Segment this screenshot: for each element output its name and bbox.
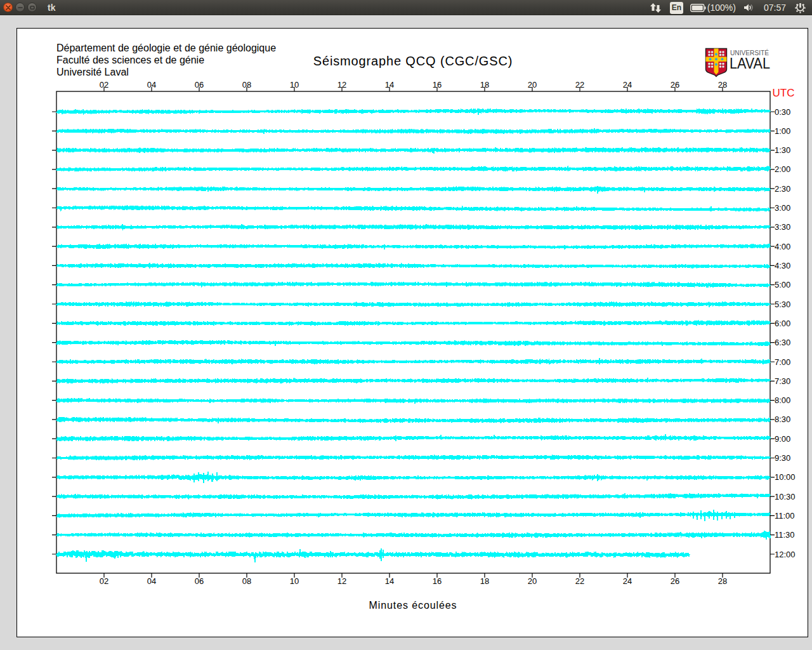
svg-text:9:00: 9:00 [775, 434, 790, 444]
svg-text:06: 06 [195, 80, 204, 90]
svg-text:6:30: 6:30 [775, 338, 790, 347]
svg-text:7:00: 7:00 [775, 357, 790, 367]
svg-text:6:00: 6:00 [775, 319, 790, 328]
svg-text:1:30: 1:30 [775, 145, 790, 155]
svg-text:4:00: 4:00 [775, 242, 790, 251]
svg-text:5:30: 5:30 [775, 300, 790, 309]
svg-text:16: 16 [433, 80, 442, 90]
svg-text:08: 08 [242, 80, 251, 90]
svg-text:20: 20 [528, 576, 537, 586]
svg-text:24: 24 [623, 576, 632, 586]
svg-text:1:00: 1:00 [775, 126, 790, 136]
svg-text:12: 12 [337, 576, 346, 586]
svg-text:02: 02 [100, 80, 108, 90]
svg-text:06: 06 [195, 576, 204, 586]
svg-text:2:30: 2:30 [775, 184, 790, 194]
svg-text:20: 20 [528, 80, 537, 90]
svg-text:10: 10 [290, 576, 299, 586]
svg-text:11:00: 11:00 [775, 511, 795, 521]
svg-text:5:00: 5:00 [775, 280, 790, 289]
svg-text:10:00: 10:00 [775, 472, 796, 482]
svg-text:9:30: 9:30 [775, 453, 790, 463]
svg-text:10:30: 10:30 [775, 492, 796, 501]
svg-text:14: 14 [385, 576, 394, 586]
svg-text:7:30: 7:30 [775, 376, 790, 386]
svg-text:02: 02 [100, 576, 108, 586]
svg-text:4:30: 4:30 [775, 261, 790, 270]
svg-text:10: 10 [290, 80, 299, 90]
svg-text:0:30: 0:30 [775, 107, 790, 117]
svg-text:18: 18 [480, 80, 489, 90]
svg-text:18: 18 [480, 576, 489, 586]
svg-text:LAVAL: LAVAL [730, 55, 770, 72]
svg-text:3:30: 3:30 [775, 222, 790, 232]
svg-text:2:00: 2:00 [775, 164, 790, 174]
svg-text:14: 14 [385, 80, 394, 90]
svg-text:8:30: 8:30 [775, 415, 790, 424]
svg-text:UTC: UTC [773, 87, 795, 99]
svg-text:26: 26 [671, 80, 679, 90]
svg-text:04: 04 [147, 576, 156, 586]
svg-text:04: 04 [147, 80, 156, 90]
svg-text:22: 22 [575, 80, 584, 90]
svg-text:28: 28 [718, 80, 727, 90]
svg-text:08: 08 [242, 576, 251, 586]
svg-text:22: 22 [575, 576, 584, 586]
svg-text:12:00: 12:00 [775, 550, 796, 559]
svg-text:16: 16 [433, 576, 442, 586]
svg-text:28: 28 [718, 576, 727, 586]
svg-text:12: 12 [337, 80, 346, 90]
svg-text:8:00: 8:00 [775, 395, 790, 405]
svg-text:3:00: 3:00 [775, 203, 790, 213]
svg-text:24: 24 [623, 80, 632, 90]
svg-text:11:30: 11:30 [775, 530, 795, 540]
svg-text:26: 26 [671, 576, 679, 586]
